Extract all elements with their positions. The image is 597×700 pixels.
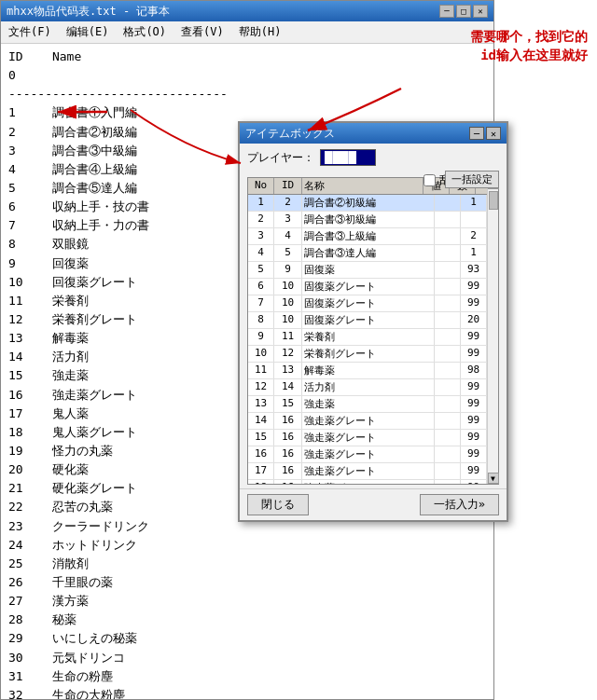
table-row[interactable]: 610固復薬グレート99 xyxy=(248,279,487,295)
scrollbar[interactable]: ▲ ▼ xyxy=(487,178,498,484)
table-cell-qty: 1 xyxy=(461,245,487,261)
settings-button[interactable]: 一括設定 xyxy=(445,171,499,188)
table-row[interactable]: 23調合書③初級編 xyxy=(248,212,487,228)
table-row[interactable]: 710固復薬グレート99 xyxy=(248,295,487,312)
table-cell-id: 10 xyxy=(274,279,302,295)
table-cell-id: 15 xyxy=(274,396,302,412)
scroll-thumb[interactable] xyxy=(489,191,498,210)
table-cell-no: 4 xyxy=(248,245,274,261)
table-cell-val xyxy=(435,446,461,462)
item-box-dialog: アイテムボックス ─ ✕ プレイヤー： 乱 一括設定 No ID 名称 値 xyxy=(238,121,508,522)
table-row[interactable]: 1315強走薬99 xyxy=(248,396,487,413)
close-dialog-button[interactable]: 閉じる xyxy=(247,494,309,515)
table-cell-val xyxy=(435,463,461,479)
table-cell-qty xyxy=(461,212,487,227)
table-row[interactable]: 1716強走薬グレート99 xyxy=(248,463,487,480)
table-row[interactable]: 34調合書③上級編2 xyxy=(248,228,487,245)
menu-edit[interactable]: 编辑(E) xyxy=(62,23,113,41)
menu-bar: 文件(F) 编辑(E) 格式(O) 查看(V) 帮助(H) xyxy=(1,21,493,44)
table-cell-qty: 99 xyxy=(461,346,487,362)
table-cell-no: 3 xyxy=(248,228,274,244)
table-row[interactable]: 1816強走薬グレート99 xyxy=(248,480,487,484)
table-cell-val xyxy=(435,396,461,412)
table-cell-id: 16 xyxy=(274,463,302,479)
close-button[interactable]: ✕ xyxy=(473,5,488,18)
table-cell-name: 強走薬グレート xyxy=(302,463,435,479)
menu-view[interactable]: 查看(V) xyxy=(177,23,228,41)
table-cell-name: 栄養剤 xyxy=(302,329,435,345)
table-cell-id: 2 xyxy=(274,195,302,211)
table-cell-id: 3 xyxy=(274,212,302,227)
table-row[interactable]: 1113解毒薬98 xyxy=(248,363,487,379)
table-cell-qty: 93 xyxy=(461,262,487,278)
table-cell-val xyxy=(435,413,461,429)
table-row[interactable]: 12調合書②初級編1 xyxy=(248,195,487,212)
menu-help[interactable]: 帮助(H) xyxy=(235,23,285,41)
table-row[interactable]: 1012栄養剤グレート99 xyxy=(248,346,487,363)
table-cell-no: 16 xyxy=(248,446,274,462)
table-row[interactable]: 911栄養剤99 xyxy=(248,329,487,346)
dialog-header: プレイヤー： 乱 一括設定 xyxy=(240,144,507,175)
player-row: プレイヤー： xyxy=(247,149,499,166)
table-cell-name: 強走薬グレート xyxy=(302,430,435,446)
notepad-text-area: ID Name 0 ------------------------------ xyxy=(8,48,486,103)
table-cell-qty: 1 xyxy=(461,195,487,211)
window-controls: ─ □ ✕ xyxy=(439,5,488,18)
table-cell-qty: 99 xyxy=(461,379,487,395)
table-cell-name: 調合書③上級編 xyxy=(302,228,435,244)
table-cell-qty: 99 xyxy=(461,463,487,479)
table-cell-id: 13 xyxy=(274,363,302,378)
col-id: ID xyxy=(274,178,302,194)
table-cell-id: 11 xyxy=(274,329,302,345)
notepad-row: 25 消散剤 xyxy=(8,555,486,573)
table-cell-id: 16 xyxy=(274,446,302,462)
col-name: 名称 xyxy=(302,178,423,194)
dialog-close[interactable]: ✕ xyxy=(486,127,501,140)
table-cell-id: 10 xyxy=(274,295,302,311)
dialog-controls: ─ ✕ xyxy=(469,127,501,140)
table-row[interactable]: 1516強走薬グレート99 xyxy=(248,430,487,446)
table-row[interactable]: 1616強走薬グレート99 xyxy=(248,446,487,463)
maximize-button[interactable]: □ xyxy=(456,5,471,18)
table-body[interactable]: 12調合書②初級編123調合書③初級編34調合書③上級編245調合書③達人編15… xyxy=(248,195,487,484)
table-cell-qty: 99 xyxy=(461,430,487,446)
table-cell-id: 16 xyxy=(274,413,302,429)
table-cell-name: 強走薬グレート xyxy=(302,446,435,462)
notepad-title-bar: mhxx物品代码表.txt - 记事本 ─ □ ✕ xyxy=(1,1,493,21)
table-cell-val xyxy=(435,379,461,395)
table-cell-name: 固復薬グレート xyxy=(302,279,435,295)
table-row[interactable]: 59固復薬93 xyxy=(248,262,487,279)
table-row[interactable]: 45調合書③達人編1 xyxy=(248,245,487,262)
table-cell-val xyxy=(435,363,461,378)
table-cell-name: 固復薬 xyxy=(302,262,435,278)
bulk-input-button[interactable]: 一括入力» xyxy=(420,494,499,515)
player-input[interactable] xyxy=(320,149,376,166)
table-cell-name: 強走薬 xyxy=(302,396,435,412)
notepad-row: 28 秘薬 xyxy=(8,611,486,629)
col-no: No xyxy=(248,178,274,194)
table-cell-val xyxy=(435,329,461,345)
table-cell-no: 15 xyxy=(248,430,274,446)
table-cell-no: 11 xyxy=(248,363,274,378)
menu-format[interactable]: 格式(O) xyxy=(119,23,170,41)
table-cell-name: 調合書③達人編 xyxy=(302,245,435,261)
table-row[interactable]: 1416強走薬グレート99 xyxy=(248,413,487,430)
notepad-row: 32 生命の大粉塵 xyxy=(8,686,486,699)
scroll-down[interactable]: ▼ xyxy=(488,473,499,484)
table-cell-id: 5 xyxy=(274,245,302,261)
table-cell-no: 2 xyxy=(248,212,274,227)
random-checkbox[interactable] xyxy=(423,174,436,186)
menu-file[interactable]: 文件(F) xyxy=(5,23,55,41)
notepad-row: 29 いにしえの秘薬 xyxy=(8,629,486,648)
dialog-footer: 閉じる 一括入力» xyxy=(240,488,507,520)
table-row[interactable]: 1214活力剤99 xyxy=(248,379,487,396)
dialog-minimize[interactable]: ─ xyxy=(469,127,484,140)
table-section: No ID 名称 値 数 12調合書②初級編123調合書③初級編34調合書③上級… xyxy=(240,175,507,488)
notepad-row: 27 漢方薬 xyxy=(8,592,486,611)
table-cell-no: 7 xyxy=(248,295,274,311)
table-row[interactable]: 810固復薬グレート20 xyxy=(248,312,487,329)
item-table: No ID 名称 値 数 12調合書②初級編123調合書③初級編34調合書③上級… xyxy=(247,177,499,485)
notepad-row: 31 生命の粉塵 xyxy=(8,667,486,686)
minimize-button[interactable]: ─ xyxy=(439,5,454,18)
table-cell-val xyxy=(435,312,461,328)
